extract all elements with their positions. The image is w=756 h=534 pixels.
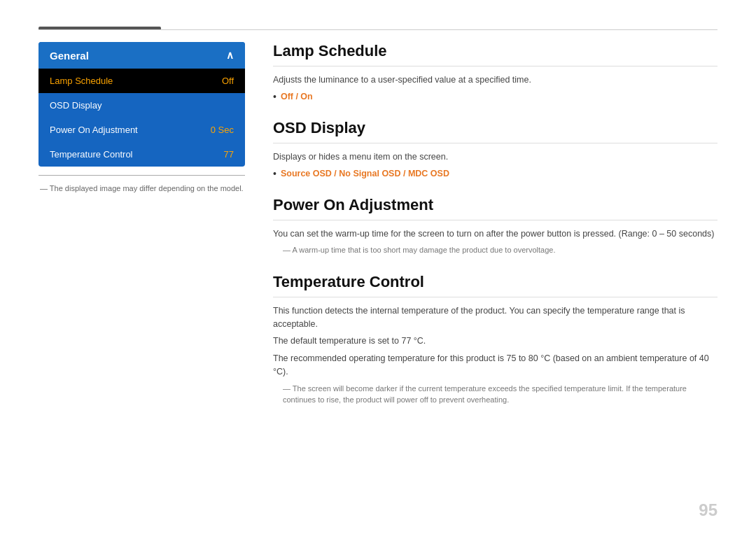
bullet-dot-osd: • [273, 168, 276, 179]
section-osd-desc: Displays or hides a menu item on the scr… [273, 150, 718, 164]
menu-item-temperature-control[interactable]: Temperature Control 77 [38, 142, 245, 167]
section-temp-note: The screen will become darker if the cur… [273, 383, 718, 406]
section-temperature: Temperature Control This function detect… [273, 273, 718, 406]
section-lamp-schedule-title: Lamp Schedule [273, 42, 718, 66]
section-power-on-desc: You can set the warm-up time for the scr… [273, 227, 718, 241]
menu-header: General ∧ [38, 42, 245, 69]
section-power-on: Power On Adjustment You can set the warm… [273, 196, 718, 256]
section-temp-title: Temperature Control [273, 273, 718, 297]
menu-item-temp-label: Temperature Control [50, 149, 133, 160]
section-temp-desc2: The default temperature is set to 77 °C. [273, 335, 718, 348]
menu-item-lamp-schedule-value: Off [222, 76, 234, 86]
top-bar [38, 29, 718, 30]
menu-separator [38, 175, 245, 176]
section-temp-desc1: This function detects the internal tempe… [273, 304, 718, 331]
section-temp-desc3: The recommended operating temperature fo… [273, 352, 718, 379]
menu-item-osd-display-label: OSD Display [50, 100, 102, 111]
left-panel: General ∧ Lamp Schedule Off OSD Display … [38, 42, 245, 192]
menu-item-power-on-adjustment[interactable]: Power On Adjustment 0 Sec [38, 118, 245, 142]
bullet-osd-0: • Source OSD / No Signal OSD / MDC OSD [273, 168, 718, 179]
bullet-lamp-schedule-0: • Off / On [273, 91, 718, 102]
chevron-icon: ∧ [226, 49, 234, 62]
menu-item-osd-display[interactable]: OSD Display [38, 93, 245, 118]
section-lamp-schedule-desc: Adjusts the luminance to a user-specifie… [273, 73, 718, 87]
section-power-on-title: Power On Adjustment [273, 196, 718, 220]
menu-item-lamp-schedule[interactable]: Lamp Schedule Off [38, 69, 245, 93]
page-number: 95 [699, 500, 718, 520]
bullet-osd-text: Source OSD / No Signal OSD / MDC OSD [281, 169, 449, 178]
section-osd-display: OSD Display Displays or hides a menu ite… [273, 119, 718, 179]
section-lamp-schedule: Lamp Schedule Adjusts the luminance to a… [273, 42, 718, 102]
right-content: Lamp Schedule Adjusts the luminance to a… [273, 42, 718, 423]
menu-item-temp-value: 77 [224, 149, 234, 160]
disclaimer-text: ― The displayed image may differ dependi… [38, 184, 245, 192]
section-osd-title: OSD Display [273, 119, 718, 143]
menu-box: General ∧ Lamp Schedule Off OSD Display … [38, 42, 245, 167]
menu-title: General [50, 50, 89, 62]
menu-item-power-on-value: 0 Sec [211, 125, 234, 135]
bullet-dot: • [273, 91, 276, 102]
section-power-on-note: A warm-up time that is too short may dam… [273, 244, 718, 256]
bullet-lamp-schedule-text: Off / On [281, 92, 313, 101]
menu-item-power-on-label: Power On Adjustment [50, 125, 138, 135]
menu-item-lamp-schedule-label: Lamp Schedule [50, 76, 113, 86]
